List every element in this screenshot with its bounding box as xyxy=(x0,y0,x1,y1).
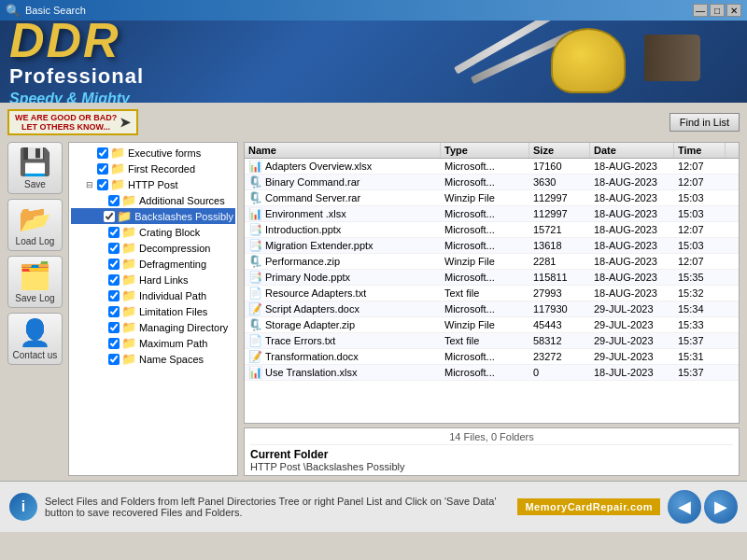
file-panel-wrapper: NameTypeSizeDateTime 📊 Adapters Overview… xyxy=(244,142,740,476)
file-date: 18-AUG-2023 xyxy=(590,206,674,221)
save-icon: 💾 xyxy=(19,147,51,177)
table-row[interactable]: 📝 Script Adapters.docx Microsoft... 1179… xyxy=(245,301,739,317)
file-type-icon: 📄 xyxy=(248,334,262,347)
file-count: 14 Files, 0 Folders xyxy=(250,431,733,445)
folder-icon: 📁 xyxy=(121,193,136,207)
expand-icon[interactable]: ⊟ xyxy=(84,180,95,189)
file-time: 15:03 xyxy=(674,238,726,253)
table-row[interactable]: 📝 Transformation.docx Microsoft... 23272… xyxy=(245,349,739,365)
find-in-list-button[interactable]: Find in List xyxy=(669,113,740,132)
file-size: 115811 xyxy=(529,270,590,285)
tree-checkbox-managing-directory[interactable] xyxy=(108,322,120,333)
sidebar-btn-save-log[interactable]: 🗂️Save Log xyxy=(7,256,63,308)
tree-checkbox-additional-sources[interactable] xyxy=(108,195,120,206)
file-panel[interactable]: NameTypeSizeDateTime 📊 Adapters Overview… xyxy=(244,142,740,424)
tree-checkbox-name-spaces[interactable] xyxy=(108,354,120,365)
tree-checkbox-limitation-files[interactable] xyxy=(108,306,120,317)
table-row[interactable]: 📑 Introduction.pptx Microsoft... 15721 1… xyxy=(245,222,739,238)
table-row[interactable]: 📄 Resource Adapters.txt Text file 27993 … xyxy=(245,286,739,301)
file-name: 📑 Primary Node.pptx xyxy=(245,270,441,285)
file-type: Microsoft... xyxy=(441,365,529,380)
status-bar: i Select Files and Folders from left Pan… xyxy=(0,481,747,532)
col-header-size[interactable]: Size xyxy=(529,143,590,158)
file-type: Winzip File xyxy=(441,190,529,205)
we-are-good-button[interactable]: WE ARE GOOD OR BAD? LET OTHERS KNOW... ➤ xyxy=(7,109,138,135)
tree-item-decompression[interactable]: 📁Decompression xyxy=(71,240,235,256)
tree-item-defragmenting[interactable]: 📁Defragmenting xyxy=(71,256,235,272)
file-date: 18-AUG-2023 xyxy=(590,175,674,189)
maximize-button[interactable]: □ xyxy=(710,4,725,17)
folder-icon: 📁 xyxy=(121,257,136,271)
tree-item-first-recorded[interactable]: 📁First Recorded xyxy=(71,161,235,176)
tree-item-limitation-files[interactable]: 📁Limitation Files xyxy=(71,303,235,319)
tree-checkbox-decompression[interactable] xyxy=(108,243,120,254)
tree-item-http-post[interactable]: ⊟📁HTTP Post xyxy=(71,176,235,192)
file-type: Text file xyxy=(441,286,529,301)
forward-button[interactable]: ▶ xyxy=(704,490,738,524)
sidebar-btn-save[interactable]: 💾Save xyxy=(7,142,63,194)
tree-checkbox-maximum-path[interactable] xyxy=(108,338,120,349)
table-row[interactable]: 🗜️ Storage Adapter.zip Winzip File 45443… xyxy=(245,317,739,333)
tree-item-backslashes-possibly[interactable]: 📁Backslashes Possibly xyxy=(71,208,235,224)
table-row[interactable]: 🗜️ Performance.zip Winzip File 2281 18-A… xyxy=(245,254,739,270)
tree-panel[interactable]: 📁Executive forms 📁First Recorded ⊟📁HTTP … xyxy=(68,142,238,476)
file-date: 29-JUL-2023 xyxy=(590,301,674,316)
back-button[interactable]: ◀ xyxy=(668,490,701,524)
col-header-date[interactable]: Date xyxy=(590,143,674,158)
col-header-type[interactable]: Type xyxy=(441,143,529,158)
file-time: 12:07 xyxy=(674,254,726,269)
table-row[interactable]: 📑 Primary Node.pptx Microsoft... 115811 … xyxy=(245,270,739,286)
table-row[interactable]: 📑 Migration Extender.pptx Microsoft... 1… xyxy=(245,238,739,254)
file-type: Winzip File xyxy=(441,254,529,269)
file-size: 15721 xyxy=(529,222,590,237)
file-time: 12:07 xyxy=(674,159,726,174)
tree-item-crating-block[interactable]: 📁Crating Block xyxy=(71,224,235,240)
tree-item-additional-sources[interactable]: 📁Additional Sources xyxy=(71,192,235,208)
tree-label-first-recorded: First Recorded xyxy=(128,163,195,175)
file-name: 📑 Introduction.pptx xyxy=(245,222,441,237)
col-header-name[interactable]: Name xyxy=(245,143,441,158)
tree-item-executive-forms[interactable]: 📁Executive forms xyxy=(71,145,235,161)
file-size: 112997 xyxy=(529,206,590,221)
folder-icon: 📁 xyxy=(110,146,125,160)
close-button[interactable]: ✕ xyxy=(726,4,741,17)
file-date: 29-JUL-2023 xyxy=(590,333,674,348)
table-row[interactable]: 🗜️ Binary Command.rar Microsoft... 3630 … xyxy=(245,175,739,190)
file-type-icon: 📄 xyxy=(248,287,262,300)
file-date: 18-AUG-2023 xyxy=(590,222,674,237)
tree-label-additional-sources: Additional Sources xyxy=(139,195,225,206)
file-date: 29-JUL-2023 xyxy=(590,317,674,332)
minimize-button[interactable]: — xyxy=(693,4,708,17)
tree-checkbox-individual-path[interactable] xyxy=(108,290,120,301)
tree-checkbox-crating-block[interactable] xyxy=(108,227,120,238)
col-header-time[interactable]: Time xyxy=(674,143,726,158)
info-icon: i xyxy=(9,493,37,521)
tree-item-managing-directory[interactable]: 📁Managing Directory xyxy=(71,319,235,335)
file-date: 18-JUL-2023 xyxy=(590,365,674,380)
file-date: 18-AUG-2023 xyxy=(590,254,674,269)
tree-checkbox-first-recorded[interactable] xyxy=(97,163,108,175)
tree-checkbox-http-post[interactable] xyxy=(97,179,108,190)
table-row[interactable]: 📊 Adapters Overview.xlsx Microsoft... 17… xyxy=(245,159,739,175)
tree-item-maximum-path[interactable]: 📁Maximum Path xyxy=(71,335,235,351)
left-sidebar: 💾Save📂Load Log🗂️Save Log👤Contact us xyxy=(7,142,63,476)
tree-checkbox-backslashes-possibly[interactable] xyxy=(104,211,115,222)
table-row[interactable]: 📊 Use Translation.xlsx Microsoft... 0 18… xyxy=(245,365,739,381)
tree-item-individual-path[interactable]: 📁Individual Path xyxy=(71,287,235,303)
tree-checkbox-executive-forms[interactable] xyxy=(97,147,108,159)
file-name: 📄 Trace Errors.txt xyxy=(245,333,441,348)
file-time: 12:07 xyxy=(674,222,726,237)
table-row[interactable]: 📊 Environment .xlsx Microsoft... 112997 … xyxy=(245,206,739,222)
tree-item-hard-links[interactable]: 📁Hard Links xyxy=(71,272,235,287)
sidebar-btn-load-log[interactable]: 📂Load Log xyxy=(7,199,63,251)
file-rows: 📊 Adapters Overview.xlsx Microsoft... 17… xyxy=(245,159,739,381)
folder-icon: 📁 xyxy=(121,225,136,239)
table-row[interactable]: 🗜️ Command Server.rar Winzip File 112997… xyxy=(245,190,739,206)
table-row[interactable]: 📄 Trace Errors.txt Text file 58312 29-JU… xyxy=(245,333,739,349)
file-time: 15:03 xyxy=(674,190,726,205)
title-bar: 🔍 Basic Search — □ ✕ xyxy=(0,0,747,21)
tree-checkbox-hard-links[interactable] xyxy=(108,274,120,286)
tree-checkbox-defragmenting[interactable] xyxy=(108,259,120,270)
tree-item-name-spaces[interactable]: 📁Name Spaces xyxy=(71,351,235,367)
sidebar-btn-contact-us[interactable]: 👤Contact us xyxy=(7,313,63,365)
